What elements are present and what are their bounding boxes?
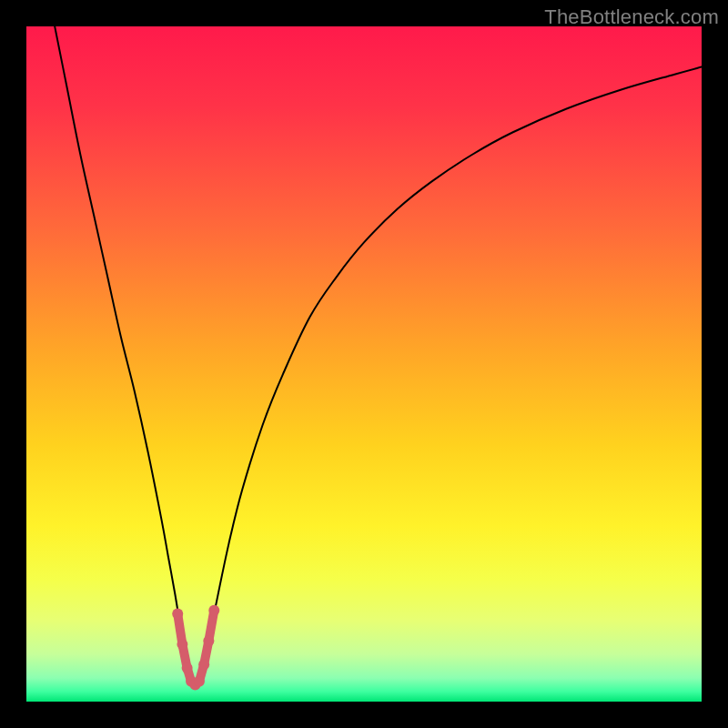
watermark-text: TheBottleneck.com	[544, 5, 719, 29]
plot-svg	[26, 26, 702, 702]
chart-stage: TheBottleneck.com	[0, 0, 728, 728]
svg-point-6	[198, 659, 209, 670]
plot-area	[26, 26, 702, 702]
svg-point-1	[177, 639, 187, 650]
svg-point-5	[194, 676, 205, 687]
svg-point-7	[203, 635, 214, 646]
svg-point-0	[172, 609, 183, 620]
svg-point-8	[208, 605, 219, 616]
svg-point-2	[182, 662, 193, 673]
